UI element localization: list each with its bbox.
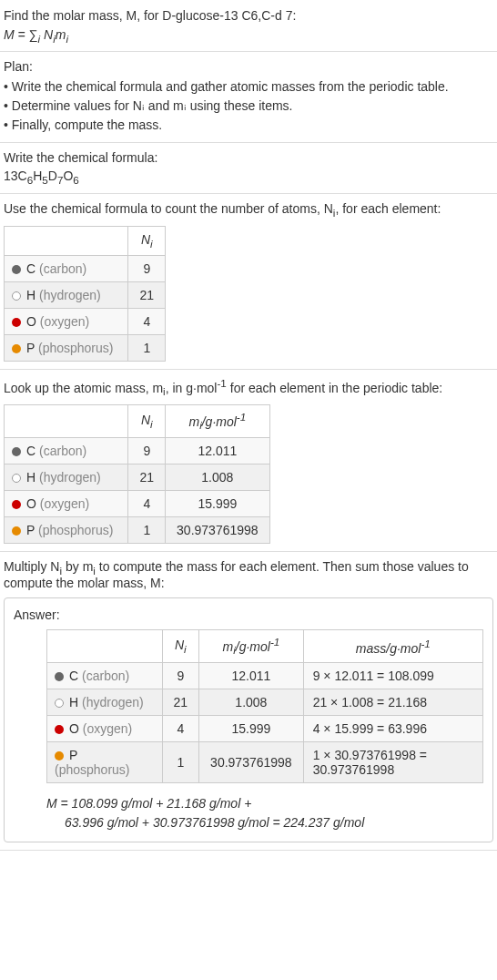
table-header-mi: mi/g·mol-1 (166, 405, 270, 437)
element-name: (hydrogen) (82, 695, 144, 709)
multiply-section: Multiply Ni by mi to compute the mass fo… (0, 552, 497, 851)
mi-value: 30.973761998 (166, 516, 270, 543)
element-symbol: H (26, 470, 36, 485)
table-header-ni: Ni (128, 226, 166, 255)
dot-icon (12, 291, 21, 301)
dot-icon (12, 344, 21, 353)
element-cell: C (carbon) (47, 662, 163, 689)
element-name: (oxygen) (40, 314, 89, 329)
mass-value: 1 × 30.973761998 = 30.973761998 (303, 741, 482, 782)
lookup-title: Look up the atomic mass, mi, in g·mol-1 … (4, 377, 493, 397)
element-cell: C (carbon) (5, 255, 128, 281)
result-formula: M = 108.099 g/mol + 21.168 g/mol + 63.99… (46, 794, 483, 832)
element-cell: P (phosphorus) (5, 334, 128, 361)
mi-value: 12.011 (166, 437, 270, 464)
lookup-table: Ni mi/g·mol-1 C (carbon) 9 12.011 H (hyd… (4, 404, 270, 543)
ni-value: 4 (162, 715, 199, 741)
ni-value: 9 (162, 662, 199, 689)
count-table: Ni C (carbon) 9 H (hydrogen) 21 O (oxyge… (4, 226, 166, 362)
chemformula-title: Write the chemical formula: (4, 150, 493, 165)
dot-icon (55, 751, 64, 761)
element-cell: O (oxygen) (47, 715, 163, 741)
ni-value: 21 (162, 689, 199, 715)
element-symbol: O (69, 721, 79, 736)
element-name: (hydrogen) (39, 470, 101, 485)
element-cell: H (hydrogen) (47, 689, 163, 715)
answer-table: Ni mi/g·mol-1 mass/g·mol-1 C (carbon) 9 … (46, 629, 483, 782)
table-header-row: Ni mi/g·mol-1 (5, 405, 270, 437)
result-line2: 63.996 g/mol + 30.973761998 g/mol = 224.… (46, 813, 483, 832)
element-symbol: H (69, 695, 78, 709)
element-symbol: P (26, 341, 35, 355)
table-header-ni: Ni (128, 405, 166, 437)
table-row: P (phosphorus) 1 (5, 334, 166, 361)
dot-icon (12, 265, 21, 274)
table-row: C (carbon) 9 (5, 255, 166, 281)
chemformula-value: 13C6H5D7O6 (4, 168, 493, 186)
dot-icon (12, 526, 21, 536)
element-symbol: C (26, 444, 36, 458)
answer-label: Answer: (14, 607, 483, 622)
table-row: H (hydrogen) 21 1.008 21 × 1.008 = 21.16… (47, 689, 483, 715)
answer-content: Ni mi/g·mol-1 mass/g·mol-1 C (carbon) 9 … (14, 629, 483, 832)
element-symbol: P (26, 523, 35, 537)
element-name: (carbon) (39, 261, 86, 276)
mi-value: 30.973761998 (199, 741, 304, 782)
table-header-blank (5, 405, 128, 437)
plan-item: • Finally, compute the mass. (4, 116, 493, 135)
element-symbol: O (26, 314, 36, 329)
result-line1: M = 108.099 g/mol + 21.168 g/mol + (46, 794, 483, 813)
intro-section: Find the molar mass, M, for D-glucose-13… (0, 0, 497, 52)
mi-value: 1.008 (199, 689, 304, 715)
plan-section: Plan: • Write the chemical formula and g… (0, 52, 497, 143)
element-name: (oxygen) (40, 496, 89, 511)
count-title: Use the chemical formula to count the nu… (4, 201, 493, 219)
element-name: (phosphorus) (55, 762, 130, 777)
table-header-mi: mi/g·mol-1 (199, 630, 304, 662)
element-name: (carbon) (82, 669, 129, 683)
table-row: C (carbon) 9 12.011 (5, 437, 270, 464)
element-cell: C (carbon) (5, 437, 128, 464)
element-cell: O (oxygen) (5, 490, 128, 516)
intro-formula: M = ∑i Nimi (4, 27, 493, 45)
multiply-title: Multiply Ni by mi to compute the mass fo… (4, 559, 493, 591)
element-symbol: P (69, 748, 77, 762)
dot-icon (12, 447, 21, 456)
element-symbol: C (69, 669, 78, 683)
element-symbol: O (26, 496, 36, 511)
dot-icon (55, 672, 64, 681)
dot-icon (12, 318, 21, 327)
table-header-ni: Ni (162, 630, 199, 662)
mi-value: 15.999 (199, 715, 304, 741)
count-section: Use the chemical formula to count the nu… (0, 194, 497, 370)
table-row: P (phosphorus) 1 30.973761998 (5, 516, 270, 543)
dot-icon (55, 725, 64, 734)
element-cell: H (hydrogen) (5, 464, 128, 490)
ni-value: 1 (128, 334, 166, 361)
element-cell: O (oxygen) (5, 308, 128, 334)
plan-list: • Write the chemical formula and gather … (4, 77, 493, 135)
chemformula-section: Write the chemical formula: 13C6H5D7O6 (0, 143, 497, 194)
mi-value: 1.008 (166, 464, 270, 490)
table-row: O (oxygen) 4 (5, 308, 166, 334)
ni-value: 1 (128, 516, 166, 543)
table-header-row: Ni (5, 226, 166, 255)
ni-value: 4 (128, 490, 166, 516)
lookup-section: Look up the atomic mass, mi, in g·mol-1 … (0, 370, 497, 552)
table-header-row: Ni mi/g·mol-1 mass/g·mol-1 (47, 630, 483, 662)
table-header-blank (5, 226, 128, 255)
mi-value: 12.011 (199, 662, 304, 689)
plan-item: • Write the chemical formula and gather … (4, 77, 493, 97)
element-cell: P (phosphorus) (47, 741, 163, 782)
dot-icon (12, 474, 21, 483)
ni-value: 4 (128, 308, 166, 334)
mass-value: 9 × 12.011 = 108.099 (303, 662, 482, 689)
table-row: O (oxygen) 4 15.999 (5, 490, 270, 516)
table-row: P (phosphorus) 1 30.973761998 1 × 30.973… (47, 741, 483, 782)
dot-icon (12, 500, 21, 509)
mi-value: 15.999 (166, 490, 270, 516)
plan-title: Plan: (4, 59, 493, 74)
mass-value: 4 × 15.999 = 63.996 (303, 715, 482, 741)
ni-value: 21 (128, 464, 166, 490)
ni-value: 1 (162, 741, 199, 782)
